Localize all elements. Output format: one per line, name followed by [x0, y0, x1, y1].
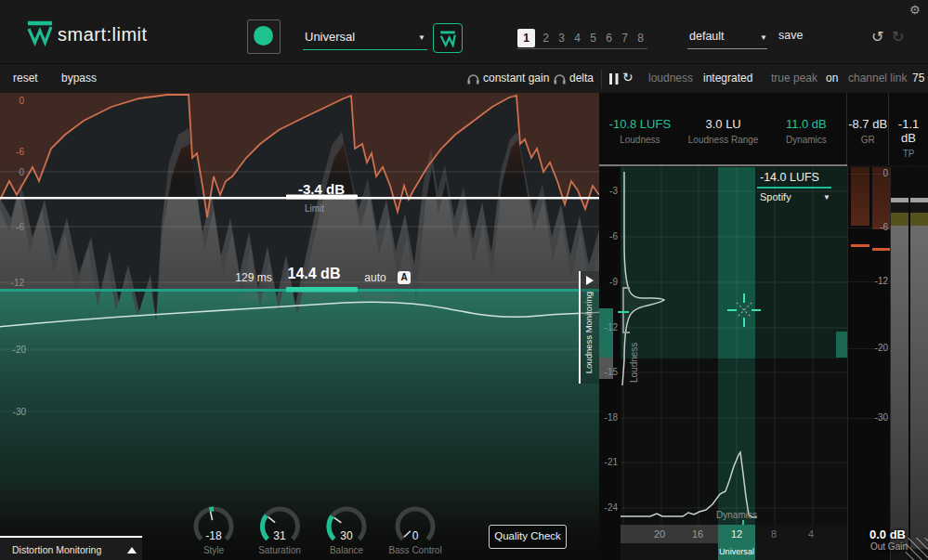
profile-tag-label: Universal: [719, 546, 754, 556]
stat-dynamics: 11.0 dB Dynamics: [765, 93, 846, 165]
record-learn-button[interactable]: [247, 20, 281, 54]
stat-loudness-label: Loudness: [599, 135, 681, 145]
style-knob-value[interactable]: -18: [186, 529, 242, 542]
undo-icon[interactable]: ↺: [871, 28, 883, 46]
sonible-logo-icon: [25, 18, 55, 47]
profile-dropdown-value: Universal: [305, 30, 355, 44]
stats-divider-line: [599, 164, 847, 166]
loudness-monitoring-tab[interactable]: Loudness Monitoring: [579, 271, 601, 384]
sonible-badge-button[interactable]: [433, 23, 463, 53]
preset-name-value: default: [689, 30, 725, 43]
save-button[interactable]: save: [778, 29, 803, 42]
reset-button[interactable]: reset: [13, 72, 38, 85]
resize-handle[interactable]: [906, 538, 928, 560]
y-label--21: -21: [605, 457, 619, 467]
output-axis--12: -12: [11, 278, 25, 288]
stat-loudness-value: -10.8 LUFS: [599, 117, 681, 131]
y-label--12: -12: [605, 322, 619, 332]
delta-toggle[interactable]: delta: [569, 72, 594, 85]
triangle-up-icon: [127, 547, 137, 553]
quality-check-button[interactable]: Quality Check: [489, 525, 567, 549]
gain-value[interactable]: 14.4 dB: [268, 266, 360, 282]
redo-icon[interactable]: ↻: [892, 28, 904, 46]
style-knob-label: Style: [176, 545, 251, 555]
headphones-icon: [467, 73, 479, 85]
target-underline: [757, 187, 831, 189]
bass-control-knob-value[interactable]: 0: [387, 529, 443, 542]
output-level-meter: [890, 167, 928, 560]
out-gain-value[interactable]: 0.0 dB: [845, 527, 906, 541]
saturation-knob[interactable]: [268, 517, 275, 523]
saturation-knob-value[interactable]: 31: [252, 529, 307, 542]
channel-link-value[interactable]: 75: [912, 72, 924, 85]
distortion-monitoring-label: Distortion Monitoring: [12, 544, 101, 555]
platform-dropdown-value[interactable]: Spotify: [760, 191, 816, 202]
y-label--18: -18: [605, 412, 619, 423]
target-loudness-value[interactable]: -14.0 LUFS: [760, 171, 843, 184]
preset-name-dropdown[interactable]: default ▼: [687, 25, 767, 49]
stat-dynamics-label: Dynamics: [765, 135, 846, 145]
preset-slot-6[interactable]: 6: [601, 32, 617, 45]
output-axis--6: -6: [16, 222, 24, 232]
style-knob[interactable]: [211, 512, 213, 520]
true-peak-label: true peak: [771, 72, 817, 85]
pause-icon[interactable]: [609, 73, 619, 85]
preset-slot-4[interactable]: 4: [569, 32, 585, 45]
output-axis--30: -30: [13, 407, 27, 417]
balance-knob[interactable]: [334, 517, 342, 523]
headphones-icon: [554, 73, 566, 85]
preset-slot-8[interactable]: 8: [633, 32, 648, 45]
stat-gr-value: -8.7 dB: [847, 117, 888, 131]
gr-scale--20: -20: [848, 343, 888, 353]
gr-peak-marker-right: [872, 248, 890, 251]
app-title: smart:limit: [58, 24, 148, 46]
distortion-monitoring-tab[interactable]: Distortion Monitoring: [0, 536, 142, 560]
y-label--24: -24: [605, 502, 619, 513]
stats-row: -10.8 LUFS Loudness 3.0 LU Loudness Rang…: [599, 93, 928, 165]
balance-knob-value[interactable]: 30: [319, 529, 374, 542]
profile-dropdown[interactable]: Universal ▼: [303, 25, 427, 50]
stat-gr: -8.7 dB GR: [846, 93, 888, 165]
gr-scale--30: -30: [848, 412, 888, 423]
smartlimit-plugin-window: smart:limit Universal ▼ 1 2 3 4 5 6 7 8: [0, 0, 928, 560]
gain-label: Gain: [268, 292, 360, 302]
loudness-dynamics-graph[interactable]: -3 -6 -9 -12 -15 -18 -21 -24 Loudness: [599, 167, 847, 560]
sonible-badge-icon: [438, 29, 457, 47]
out-meter-bar-right: [910, 167, 928, 560]
loudness-range-indicator: [599, 308, 613, 358]
out-gain-label: Out Gain: [845, 541, 908, 552]
title-bar: smart:limit Universal ▼ 1 2 3 4 5 6 7 8: [0, 0, 928, 64]
preset-slot-7[interactable]: 7: [617, 32, 633, 45]
continuous-loop-icon[interactable]: ↻: [622, 70, 634, 85]
true-peak-value[interactable]: on: [826, 72, 838, 85]
output-axis-0: 0: [19, 167, 24, 177]
preset-slot-2[interactable]: 2: [538, 32, 554, 45]
play-icon: [586, 276, 594, 285]
chevron-down-icon[interactable]: ▼: [823, 193, 830, 202]
preset-slot-5[interactable]: 5: [585, 32, 601, 45]
preset-slot-3[interactable]: 3: [554, 32, 569, 45]
stat-tp-value: -1.1 dB: [889, 117, 928, 145]
bypass-button[interactable]: bypass: [61, 72, 97, 85]
loudness-mode-value[interactable]: integrated: [703, 72, 752, 85]
chevron-down-icon: ▼: [418, 33, 425, 42]
y-label--15: -15: [605, 367, 619, 377]
range-indicator-right: [836, 332, 847, 358]
x-label-12: 12: [731, 528, 742, 540]
chevron-down-icon: ▼: [760, 33, 767, 42]
settings-gear-icon[interactable]: ⚙: [909, 3, 921, 17]
stat-tp-label: TP: [889, 149, 928, 159]
preset-slot-1[interactable]: 1: [517, 29, 535, 47]
gain-reduction-meter: 0 -6 -12 -20 -30: [847, 167, 891, 560]
auto-release-badge[interactable]: A: [398, 271, 411, 284]
gr-scale--12: -12: [848, 276, 888, 286]
loudness-monitoring-label: Loudness Monitoring: [583, 292, 594, 373]
limit-value[interactable]: -3.4 dB: [275, 181, 368, 197]
dynamics-scale-strip[interactable]: [621, 525, 718, 543]
stat-loudness-range: 3.0 LU Loudness Range: [681, 93, 766, 165]
preset-slot-row: 1 2 3 4 5 6 7 8: [517, 28, 649, 47]
bass-control-knob-label: Bass Control: [378, 545, 452, 555]
gr-peak-marker-left: [851, 244, 869, 247]
release-value[interactable]: auto: [347, 271, 403, 284]
constant-gain-toggle[interactable]: constant gain: [483, 72, 549, 85]
